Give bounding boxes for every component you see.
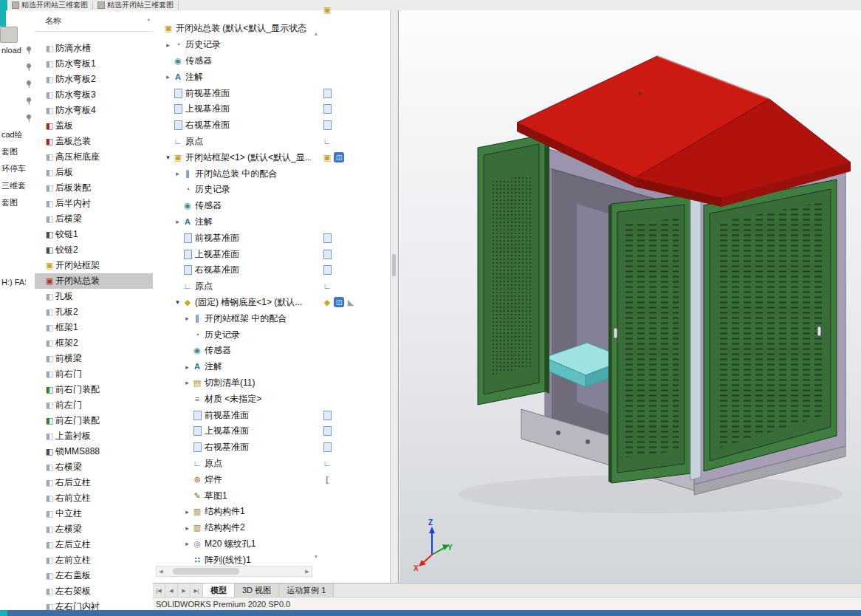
flyout-icon[interactable] [321, 377, 333, 389]
feature-tree-item[interactable]: 传感器 [153, 53, 311, 69]
file-list-item[interactable]: 高压柜底座 [35, 149, 153, 165]
flyout-icon[interactable] [321, 168, 333, 179]
flyout-icon[interactable] [321, 538, 333, 550]
feature-tree-item[interactable]: 草图1 [153, 487, 311, 504]
flyout-icon[interactable] [333, 184, 345, 196]
file-list-item[interactable]: 锁MMS888 [35, 444, 153, 459]
tree-horizontal-scrollbar[interactable]: ◀ ▶ [156, 566, 312, 577]
flyout-icon[interactable] [333, 457, 345, 469]
splitter-handle[interactable] [392, 254, 396, 276]
file-list-item[interactable]: 开闭站框架 [35, 258, 153, 273]
flyout-icon[interactable] [345, 538, 357, 550]
flyout-icon[interactable] [333, 506, 345, 518]
flyout-icon[interactable] [345, 232, 357, 244]
flyout-icon[interactable] [321, 103, 333, 115]
feature-tree-item[interactable]: 注解 [153, 359, 311, 375]
flyout-icon[interactable] [333, 442, 345, 454]
flyout-icon[interactable] [345, 296, 357, 308]
file-list-item[interactable]: 后板装配 [35, 180, 153, 196]
tree-scroll-down-icon[interactable]: ▼ [312, 554, 320, 559]
flyout-icon[interactable] [345, 409, 357, 421]
flyout-icon[interactable] [321, 361, 333, 373]
flyout-icon[interactable] [321, 87, 333, 99]
frame-nav-button[interactable]: ▶| [191, 584, 203, 598]
expand-arrow-icon[interactable] [174, 218, 182, 225]
file-list-item[interactable]: 孔板 [35, 289, 153, 304]
pinned-folder-item[interactable]: 环停车库 [0, 160, 35, 177]
flyout-icon[interactable] [321, 120, 333, 131]
feature-tree-item[interactable]: 开闭站框架 中的配合 [153, 310, 311, 326]
expand-arrow-icon[interactable] [164, 154, 172, 161]
feature-tree-item[interactable]: 前视基准面 [153, 230, 311, 246]
file-list-item[interactable]: 左前立柱 [35, 552, 153, 568]
flyout-icon[interactable] [345, 425, 357, 437]
model-3d-view[interactable]: * Z Y X [399, 10, 861, 583]
feature-tree-item[interactable]: 右视基准面 [153, 117, 311, 134]
flyout-icon[interactable] [333, 345, 345, 357]
flyout-icon[interactable] [321, 55, 333, 66]
pinned-folder-item[interactable]: 套图 [0, 143, 35, 160]
file-list-item[interactable]: 前右门 [35, 366, 153, 382]
file-list-item[interactable]: 防滴水槽 [35, 41, 153, 56]
pin-icon[interactable] [26, 80, 32, 89]
file-list-item[interactable]: 左横梁 [35, 521, 153, 537]
pin-icon[interactable] [26, 114, 32, 123]
flyout-icon[interactable] [345, 312, 357, 324]
left-door[interactable] [478, 134, 549, 405]
flyout-icon[interactable] [333, 473, 345, 485]
feature-tree-item[interactable]: 传感器 [153, 343, 311, 359]
flyout-icon[interactable] [345, 87, 357, 99]
flyout-icon[interactable] [321, 264, 333, 276]
flyout-icon[interactable] [321, 216, 333, 227]
file-list-item[interactable]: 框架2 [35, 335, 153, 351]
flyout-icon[interactable] [321, 39, 333, 51]
flyout-icon[interactable] [345, 216, 357, 227]
expand-arrow-icon[interactable] [183, 524, 191, 532]
flyout-icon[interactable] [333, 55, 345, 66]
flyout-icon[interactable] [333, 554, 345, 566]
feature-tree-item[interactable]: 开闭站框架<1> (默认<默认_显... [153, 149, 311, 165]
file-list-item[interactable]: 上盖衬板 [35, 428, 153, 444]
flyout-icon[interactable] [334, 152, 344, 162]
feature-tree-item[interactable]: 上视基准面 [153, 246, 311, 262]
expand-arrow-icon[interactable] [164, 41, 172, 49]
file-list-item[interactable]: 左右盖板 [35, 568, 153, 584]
flyout-icon[interactable] [321, 393, 333, 405]
flyout-icon[interactable] [321, 248, 333, 260]
flyout-icon[interactable] [333, 361, 345, 373]
feature-tree-item[interactable]: 结构构件1 [153, 504, 311, 520]
flyout-icon[interactable] [333, 71, 345, 83]
expand-arrow-icon[interactable] [183, 508, 191, 516]
window-tab[interactable]: 精选开闭站三维套图 [7, 1, 93, 10]
flyout-icon[interactable] [321, 345, 333, 357]
feature-tree-item[interactable]: 切割清单(11) [153, 375, 311, 391]
feature-tree-item[interactable]: 结构构件2 [153, 520, 311, 536]
flyout-icon[interactable] [333, 490, 345, 502]
feature-tree-item[interactable]: 历史记录 [153, 37, 311, 53]
flyout-icon[interactable] [321, 473, 333, 485]
flyout-icon[interactable] [321, 554, 333, 566]
flyout-icon[interactable] [333, 39, 345, 51]
flyout-icon[interactable] [345, 490, 357, 502]
pinned-folder-item[interactable] [0, 75, 35, 92]
flyout-icon[interactable] [334, 297, 344, 307]
file-list-item[interactable]: 盖板总装 [35, 134, 153, 149]
flyout-icon[interactable] [345, 361, 357, 373]
feature-tree-item[interactable]: 右视基准面 [153, 439, 311, 456]
flyout-icon[interactable] [345, 522, 357, 534]
flyout-icon[interactable] [345, 554, 357, 566]
flyout-icon[interactable] [345, 329, 357, 340]
pinned-folder-item[interactable]: H:) FAST [0, 273, 35, 290]
flyout-icon[interactable] [345, 151, 357, 163]
scroll-right-icon[interactable]: ▶ [303, 569, 312, 575]
flyout-icon[interactable] [345, 248, 357, 260]
flyout-icon[interactable] [321, 522, 333, 534]
document-tab[interactable]: 运动算例 1 [279, 584, 334, 598]
flyout-icon[interactable] [321, 71, 333, 83]
file-list-item[interactable]: 右前立柱 [35, 490, 153, 506]
file-list-item[interactable]: 前横梁 [35, 351, 153, 366]
flyout-icon[interactable] [321, 312, 333, 324]
flyout-icon[interactable] [333, 377, 345, 389]
door-handle[interactable] [817, 326, 821, 336]
flyout-icon[interactable] [345, 457, 357, 469]
